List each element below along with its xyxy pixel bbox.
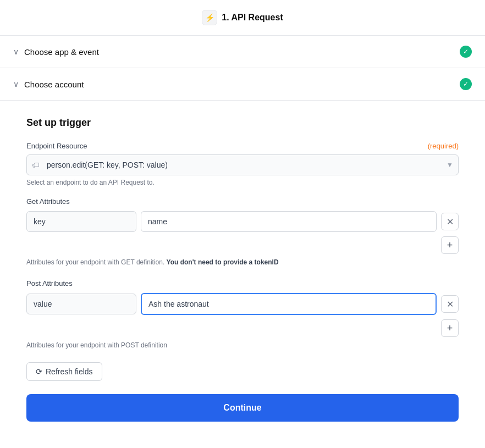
post-attributes-row: ✕ bbox=[26, 293, 459, 315]
setup-trigger-section: Set up trigger Endpoint Resource (requir… bbox=[0, 101, 485, 438]
accordion-choose-account[interactable]: ∨ Choose account ✓ bbox=[0, 68, 485, 101]
post-attributes-hint: Attributes for your endpoint with POST d… bbox=[26, 341, 459, 349]
post-key-input[interactable] bbox=[26, 294, 136, 314]
page-title: 1. API Request bbox=[222, 13, 283, 23]
header-icon: ⚡ bbox=[202, 10, 217, 25]
accordion-left-account: ∨ Choose account bbox=[13, 80, 84, 89]
post-remove-button[interactable]: ✕ bbox=[441, 295, 459, 313]
endpoint-resource-select-wrapper[interactable]: 🏷 person.edit(GET: key, POST: value) ▼ bbox=[26, 154, 459, 175]
get-attributes-section: Get Attributes ✕ + Attributes for your e… bbox=[26, 197, 459, 266]
post-add-button[interactable]: + bbox=[441, 319, 459, 337]
continue-button[interactable]: Continue bbox=[26, 394, 459, 422]
chevron-down-icon: ∨ bbox=[13, 47, 19, 56]
tag-icon: 🏷 bbox=[32, 161, 40, 169]
get-attributes-label: Get Attributes bbox=[26, 197, 459, 206]
accordion-left-app: ∨ Choose app & event bbox=[13, 47, 99, 57]
setup-trigger-title: Set up trigger bbox=[26, 117, 459, 129]
endpoint-resource-header: Endpoint Resource (required) bbox=[26, 142, 459, 150]
chevron-down-icon-account: ∨ bbox=[13, 80, 19, 89]
get-add-button[interactable]: + bbox=[441, 236, 459, 254]
refresh-fields-label: Refresh fields bbox=[46, 367, 93, 376]
endpoint-resource-label: Endpoint Resource bbox=[26, 142, 87, 150]
get-remove-button[interactable]: ✕ bbox=[441, 213, 459, 230]
get-attributes-row: ✕ bbox=[26, 211, 459, 232]
get-value-input[interactable] bbox=[141, 211, 437, 232]
endpoint-resource-hint: Select an endpoint to do an API Request … bbox=[26, 179, 459, 186]
endpoint-resource-select[interactable]: person.edit(GET: key, POST: value) bbox=[26, 154, 459, 175]
refresh-icon: ⟳ bbox=[36, 367, 42, 376]
accordion-choose-app[interactable]: ∨ Choose app & event ✓ bbox=[0, 36, 485, 68]
get-attributes-hint-bold: You don't need to provide a tokenID bbox=[167, 258, 279, 266]
accordion-label-app: Choose app & event bbox=[24, 47, 99, 57]
accordion-label-account: Choose account bbox=[24, 80, 84, 89]
post-value-input[interactable] bbox=[141, 293, 437, 315]
page-header: ⚡ 1. API Request bbox=[0, 0, 485, 36]
post-attributes-label: Post Attributes bbox=[26, 279, 459, 287]
refresh-fields-button[interactable]: ⟳ Refresh fields bbox=[26, 362, 102, 381]
get-attributes-hint: Attributes for your endpoint with GET de… bbox=[26, 258, 459, 266]
check-icon-app: ✓ bbox=[460, 46, 472, 58]
endpoint-required-badge: (required) bbox=[428, 142, 459, 150]
chevron-down-icon-select: ▼ bbox=[447, 161, 453, 169]
check-icon-account: ✓ bbox=[460, 78, 472, 90]
get-key-input[interactable] bbox=[26, 211, 136, 232]
endpoint-resource-group: Endpoint Resource (required) 🏷 person.ed… bbox=[26, 142, 459, 186]
post-attributes-section: Post Attributes ✕ + Attributes for your … bbox=[26, 279, 459, 349]
